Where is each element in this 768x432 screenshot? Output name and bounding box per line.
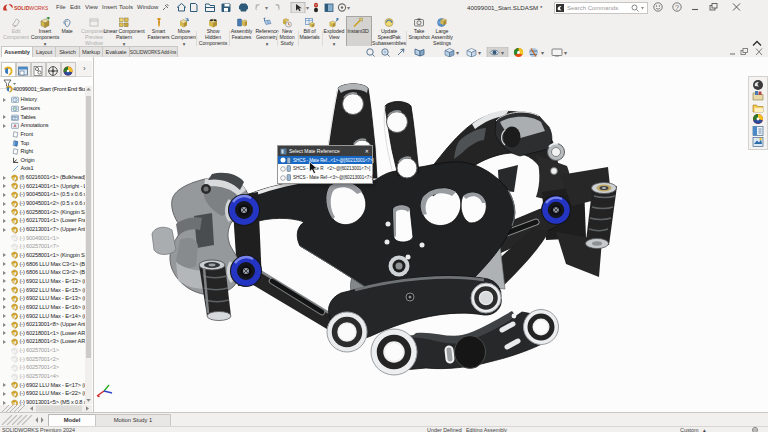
svg-text:▾: ▾ — [265, 5, 268, 11]
svg-text:▾: ▾ — [541, 50, 544, 56]
svg-text:▾: ▾ — [306, 5, 309, 11]
svg-text:▾: ▾ — [478, 50, 481, 56]
svg-text:▾: ▾ — [456, 50, 459, 56]
svg-text:▾: ▾ — [501, 50, 504, 56]
svg-text:SOLIDWORKS: SOLIDWORKS — [14, 5, 48, 11]
svg-text:?: ? — [675, 4, 679, 11]
svg-text:▾: ▾ — [347, 5, 350, 11]
svg-text:▾: ▾ — [564, 50, 567, 56]
